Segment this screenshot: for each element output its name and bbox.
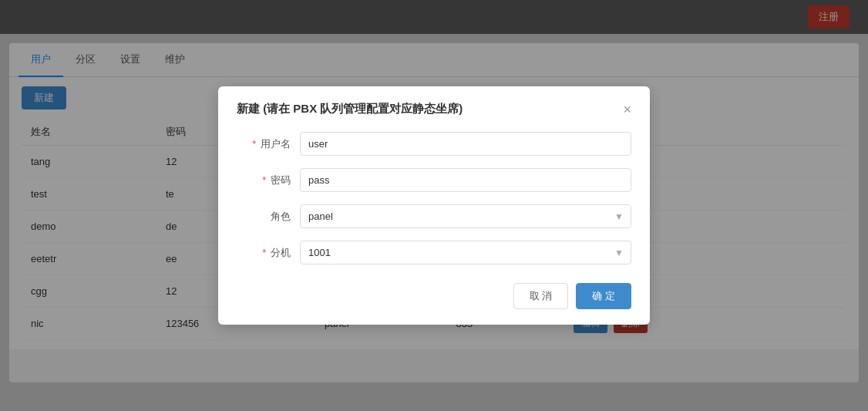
role-select-wrap: panel admin agent ▼ bbox=[300, 204, 631, 228]
modal-header: 新建 (请在 PBX 队列管理配置对应静态坐席) × bbox=[237, 102, 631, 116]
modal-close-button[interactable]: × bbox=[623, 103, 631, 116]
extension-select[interactable]: 1001 1002 1003 bbox=[300, 241, 631, 264]
username-input[interactable] bbox=[300, 132, 631, 156]
extension-row: * 分机 1001 1002 1003 ▼ bbox=[237, 241, 631, 264]
confirm-button[interactable]: 确 定 bbox=[576, 283, 631, 309]
required-mark-extension: * bbox=[262, 247, 266, 258]
password-row: * 密码 bbox=[237, 168, 631, 192]
role-label: 角色 bbox=[237, 210, 291, 224]
modal-dialog: 新建 (请在 PBX 队列管理配置对应静态坐席) × * 用户名 * 密码 角色 bbox=[218, 86, 650, 325]
role-row: 角色 panel admin agent ▼ bbox=[237, 204, 631, 228]
modal-overlay: 新建 (请在 PBX 队列管理配置对应静态坐席) × * 用户名 * 密码 角色 bbox=[0, 0, 868, 411]
cancel-button[interactable]: 取 消 bbox=[513, 283, 569, 309]
modal-title: 新建 (请在 PBX 队列管理配置对应静态坐席) bbox=[237, 102, 463, 116]
password-input[interactable] bbox=[300, 168, 631, 192]
modal-footer: 取 消 确 定 bbox=[237, 283, 631, 309]
username-label: * 用户名 bbox=[237, 137, 291, 151]
extension-select-wrap: 1001 1002 1003 ▼ bbox=[300, 241, 631, 264]
password-label: * 密码 bbox=[237, 173, 291, 187]
role-select[interactable]: panel admin agent bbox=[300, 204, 631, 228]
extension-label: * 分机 bbox=[237, 246, 291, 260]
required-mark-password: * bbox=[262, 174, 266, 186]
required-mark-username: * bbox=[252, 138, 256, 150]
username-row: * 用户名 bbox=[237, 132, 631, 156]
